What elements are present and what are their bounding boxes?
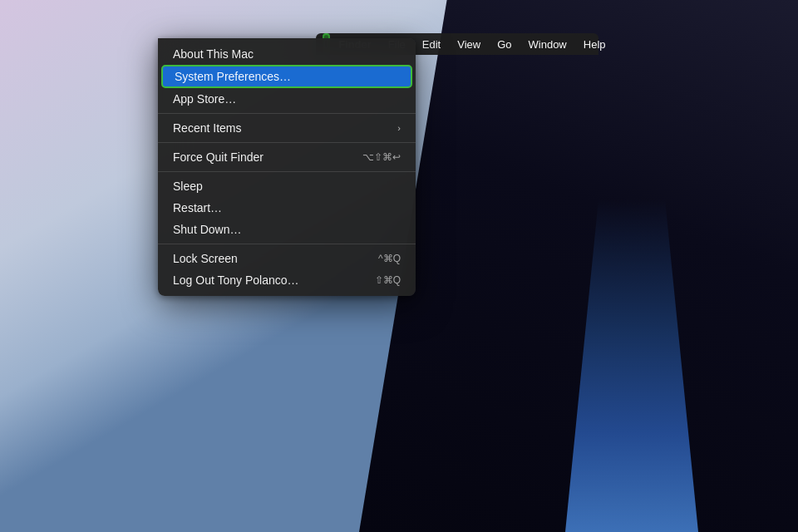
menubar-help[interactable]: Help [575, 33, 614, 55]
apple-dropdown-menu: About This Mac System Preferences… App S… [158, 38, 416, 296]
menu-item-shut-down-label: Shut Down… [173, 223, 401, 236]
menu-item-app-store[interactable]: App Store… [158, 88, 416, 110]
menu-item-recent-items-label: Recent Items [173, 121, 397, 135]
menubar-edit[interactable]: Edit [414, 33, 449, 55]
menu-item-force-quit[interactable]: Force Quit Finder ⌥⇧⌘↩ [158, 146, 416, 168]
force-quit-shortcut: ⌥⇧⌘↩ [362, 151, 401, 163]
menu-item-app-store-label: App Store… [173, 92, 401, 106]
separator-1 [158, 113, 416, 114]
menu-item-sleep-label: Sleep [173, 180, 401, 193]
menubar-window[interactable]: Window [520, 33, 575, 55]
menu-item-shut-down[interactable]: Shut Down… [158, 219, 416, 240]
menu-item-lock-screen-label: Lock Screen [173, 252, 378, 265]
separator-2 [158, 142, 416, 143]
menu-item-log-out-label: Log Out Tony Polanco… [173, 273, 375, 287]
separator-4 [158, 244, 416, 244]
menu-item-log-out[interactable]: Log Out Tony Polanco… ⇧⌘Q [158, 269, 416, 291]
menubar-view[interactable]: View [449, 33, 489, 55]
menu-item-system-preferences-label: System Preferences… [175, 70, 399, 83]
menu-item-restart[interactable]: Restart… [158, 197, 416, 219]
log-out-shortcut: ⇧⌘Q [375, 274, 401, 286]
lock-screen-shortcut: ^⌘Q [378, 253, 401, 264]
menubar-go[interactable]: Go [489, 33, 520, 55]
menu-item-recent-items[interactable]: Recent Items › [158, 117, 416, 139]
menu-item-force-quit-label: Force Quit Finder [173, 150, 362, 164]
menu-item-lock-screen[interactable]: Lock Screen ^⌘Q [158, 248, 416, 269]
menu-item-about-this-mac[interactable]: About This Mac [158, 43, 416, 65]
separator-3 [158, 171, 416, 172]
menu-item-about-this-mac-label: About This Mac [173, 47, 401, 61]
menu-item-restart-label: Restart… [173, 201, 401, 214]
menu-item-system-preferences[interactable]: System Preferences… [161, 65, 412, 88]
chevron-right-icon: › [397, 123, 401, 133]
menu-item-sleep[interactable]: Sleep [158, 175, 416, 197]
